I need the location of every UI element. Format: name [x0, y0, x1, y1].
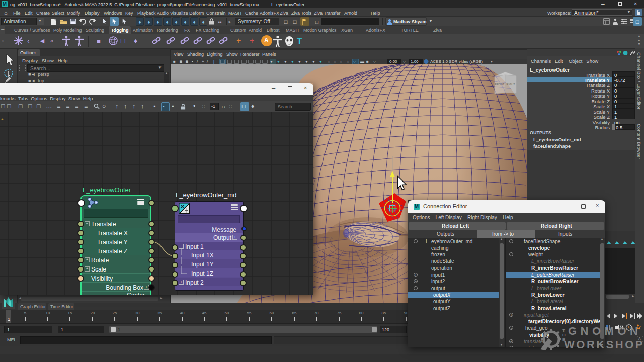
- svg-text:○: ○: [340, 59, 342, 64]
- svg-text:Lighting: Lighting: [207, 52, 223, 57]
- svg-text:0.00: 0.00: [389, 59, 397, 64]
- svg-text:○: ○: [353, 59, 356, 64]
- svg-text:▼: ▼: [490, 60, 493, 63]
- svg-text:■: ■: [366, 59, 369, 64]
- svg-text:Renderer: Renderer: [240, 52, 260, 57]
- svg-text:●: ●: [270, 59, 273, 64]
- svg-text:FRONT: FRONT: [495, 83, 505, 86]
- svg-text:Panels: Panels: [262, 52, 276, 57]
- svg-text:Shading: Shading: [187, 52, 204, 57]
- svg-text:○: ○: [334, 59, 336, 64]
- svg-text:○: ○: [328, 59, 330, 64]
- svg-text:◙: ◙: [186, 59, 188, 64]
- svg-text:▬: ▬: [360, 59, 364, 64]
- svg-text:1.00: 1.00: [411, 59, 419, 64]
- svg-text:●: ●: [319, 59, 322, 64]
- svg-text:●: ●: [284, 59, 287, 64]
- svg-text:○: ○: [347, 59, 349, 64]
- svg-text:○: ○: [403, 59, 406, 64]
- svg-text:●: ●: [298, 59, 301, 64]
- svg-text:ACES 1.0 SDR-video (sRGB): ACES 1.0 SDR-video (sRGB): [430, 59, 483, 64]
- svg-text:View: View: [174, 52, 184, 57]
- svg-text:▪: ▪: [192, 59, 193, 64]
- svg-text:●: ●: [305, 59, 308, 64]
- svg-text:◙: ◙: [180, 59, 182, 64]
- svg-text:+: +: [1, 117, 4, 122]
- svg-text:|: |: [213, 59, 214, 64]
- svg-text:Show: Show: [226, 52, 238, 57]
- svg-text:+: +: [202, 59, 204, 64]
- svg-text:●: ●: [277, 59, 280, 64]
- svg-text:●: ●: [312, 59, 315, 64]
- svg-text:RIGHT: RIGHT: [506, 83, 515, 86]
- svg-text:○: ○: [373, 59, 376, 64]
- svg-text:●: ●: [291, 59, 294, 64]
- svg-text:■: ■: [173, 59, 176, 64]
